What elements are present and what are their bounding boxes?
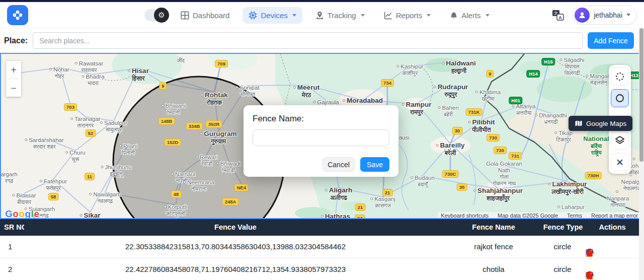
map-zoom-control: + − bbox=[6, 61, 21, 97]
nav-tracking-label: Tracking bbox=[328, 11, 356, 20]
google-maps-tooltip: Google Maps bbox=[569, 116, 632, 131]
cell-fence-type: circle bbox=[553, 265, 571, 273]
polygon-draw-tool[interactable] bbox=[611, 131, 629, 150]
app-logo[interactable] bbox=[7, 5, 28, 25]
fence-table: SR NO Fence Value Fence Name Fence Type … bbox=[0, 219, 644, 280]
translate-icon[interactable]: 文 A bbox=[552, 10, 564, 21]
nav-reports[interactable]: Reports bbox=[378, 7, 437, 24]
polygon-layers-icon bbox=[614, 135, 625, 146]
trash-icon bbox=[586, 271, 594, 279]
header-sr-no: SR NO bbox=[4, 223, 24, 231]
add-fence-button[interactable]: Add Fence bbox=[588, 32, 634, 49]
freehand-select-tool[interactable] bbox=[611, 67, 629, 86]
zoom-in-button[interactable]: + bbox=[6, 61, 21, 79]
nav-alerts[interactable]: Alerts bbox=[444, 7, 495, 24]
folded-map-icon bbox=[575, 120, 583, 127]
chevron-down-icon bbox=[486, 14, 490, 17]
cell-fence-name: chotila bbox=[482, 265, 504, 273]
zoom-out-button[interactable]: − bbox=[6, 79, 21, 97]
main-navigation: ⚙ Dashboard Devices Tracking Reports Ale… bbox=[144, 2, 496, 28]
fence-name-modal: Fence Name: Cancel Save bbox=[244, 105, 398, 177]
circle-icon bbox=[615, 93, 625, 103]
svg-text:A: A bbox=[558, 15, 562, 20]
cancel-draw-tool[interactable]: ✕ bbox=[611, 153, 629, 171]
chevron-down-icon bbox=[626, 14, 630, 16]
fence-table-body: 122.305338842315813,70.80344358630403,13… bbox=[0, 236, 644, 280]
fence-name-label: Fence Name: bbox=[253, 114, 389, 124]
vertical-scrollbar[interactable] bbox=[639, 28, 644, 280]
cell-fence-type: circle bbox=[553, 242, 571, 251]
cell-sr-no: 2 bbox=[8, 265, 12, 273]
circle-draw-tool[interactable] bbox=[611, 89, 629, 107]
place-search-input[interactable] bbox=[33, 32, 583, 49]
cell-sr-no: 1 bbox=[8, 242, 12, 251]
header-actions: Actions bbox=[599, 223, 625, 231]
gear-icon: ⚙ bbox=[154, 8, 169, 23]
place-label: Place: bbox=[4, 36, 28, 45]
place-search-bar: Place: Add Fence bbox=[0, 28, 644, 53]
fence-table-row: 122.305338842315813,70.80344358630403,13… bbox=[0, 236, 644, 258]
top-navbar: ⚙ Dashboard Devices Tracking Reports Ale… bbox=[0, 2, 644, 28]
fence-table-header: SR NO Fence Value Fence Name Fence Type … bbox=[0, 219, 644, 236]
close-icon: ✕ bbox=[616, 157, 624, 168]
trash-icon bbox=[586, 248, 594, 257]
theme-toggle[interactable]: ⚙ bbox=[144, 9, 168, 21]
modal-actions: Cancel Save bbox=[253, 157, 389, 172]
bell-icon bbox=[450, 11, 458, 20]
dotted-circle-icon bbox=[615, 72, 625, 82]
terms-link[interactable]: Terms bbox=[567, 213, 582, 219]
fence-name-input[interactable] bbox=[253, 129, 389, 146]
map-data-credit: Map data ©2025 Google bbox=[498, 213, 558, 219]
chevron-down-icon bbox=[427, 14, 431, 17]
cell-fence-value: 22.422786083458078,71.19760408216712,135… bbox=[125, 265, 346, 273]
save-button[interactable]: Save bbox=[360, 157, 389, 172]
delete-fence-button[interactable] bbox=[586, 271, 594, 279]
nav-reports-label: Reports bbox=[396, 11, 423, 20]
nav-devices[interactable]: Devices bbox=[243, 7, 302, 24]
chevron-down-icon bbox=[292, 14, 296, 17]
user-menu[interactable]: jethabhai bbox=[572, 6, 637, 25]
grid-icon bbox=[181, 11, 189, 20]
nav-dashboard[interactable]: Dashboard bbox=[175, 7, 235, 24]
nav-devices-label: Devices bbox=[261, 11, 287, 20]
map-pin-icon bbox=[315, 11, 324, 20]
cell-fence-name: rajkot fence bbox=[474, 242, 513, 251]
delete-fence-button[interactable] bbox=[586, 248, 594, 257]
nav-alerts-label: Alerts bbox=[461, 11, 480, 20]
fence-table-row: 222.422786083458078,71.19760408216712,13… bbox=[0, 258, 644, 280]
header-fence-name: Fence Name bbox=[472, 223, 515, 231]
google-logo: Google bbox=[5, 208, 39, 219]
cancel-button[interactable]: Cancel bbox=[323, 157, 355, 172]
cell-fence-value: 22.305338842315813,70.80344358630403,139… bbox=[125, 242, 346, 251]
scrollbar-thumb[interactable] bbox=[639, 28, 643, 162]
username: jethabhai bbox=[594, 11, 622, 19]
map-canvas[interactable]: RawatsarरावतसरNoharनोहरBhadraभादराHisarह… bbox=[0, 53, 644, 219]
logo-flower-icon bbox=[12, 9, 24, 21]
report-map-error-link[interactable]: Report a map error bbox=[591, 213, 638, 219]
nav-tracking[interactable]: Tracking bbox=[309, 7, 371, 24]
chip-icon bbox=[249, 11, 257, 20]
map-attribution: Keyboard shortcuts Map data ©2025 Google… bbox=[438, 212, 641, 219]
header-fence-type: Fence Type bbox=[543, 223, 583, 231]
avatar bbox=[575, 8, 590, 23]
tooltip-label: Google Maps bbox=[586, 120, 626, 127]
line-chart-icon bbox=[384, 11, 392, 20]
nav-dashboard-label: Dashboard bbox=[193, 11, 229, 20]
navbar-right: 文 A jethabhai bbox=[552, 6, 637, 25]
chevron-down-icon bbox=[361, 14, 365, 17]
keyboard-shortcuts-link[interactable]: Keyboard shortcuts bbox=[441, 213, 489, 219]
person-icon bbox=[578, 11, 586, 19]
header-fence-value: Fence Value bbox=[214, 223, 257, 231]
